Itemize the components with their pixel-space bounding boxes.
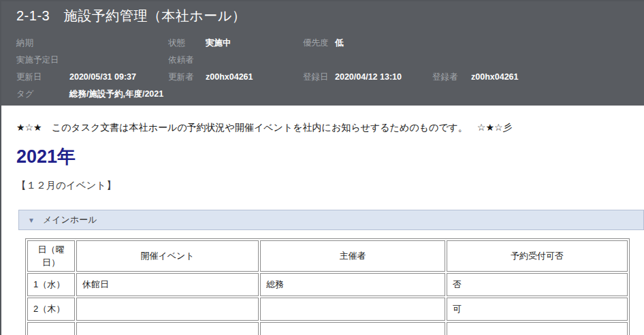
notice-text: ★☆★ このタスク文書は本社ホールの予約状況や開催イベントを社内にお知らせするた… xyxy=(16,122,644,134)
table-row xyxy=(27,322,628,335)
cell-availability: 否 xyxy=(447,273,628,296)
status-label: 状態 xyxy=(168,35,206,52)
cell-event xyxy=(76,298,259,321)
month-heading: 【１２月のイベント】 xyxy=(16,179,644,192)
col-header-organizer: 主催者 xyxy=(260,240,445,272)
cell-organizer: 総務 xyxy=(260,273,445,296)
page-title: 2-1-3 施設予約管理（本社ホール） xyxy=(16,5,644,26)
cell-availability: 可 xyxy=(447,298,628,321)
year-heading: 2021年 xyxy=(16,144,644,169)
meta-row-tags: タグ 総務/施設予約,年度/2021 xyxy=(16,86,644,103)
status-value: 実施中 xyxy=(206,35,303,52)
events-table: 日（曜日） 開催イベント 主催者 予約受付可否 1（水） 休館日 総務 否 2（… xyxy=(25,238,630,335)
meta-row-status: 納期 状態 実施中 優先度 低 xyxy=(16,35,644,52)
cell-event: 休館日 xyxy=(76,273,259,296)
cell-day: 1（水） xyxy=(27,273,75,296)
cell-organizer xyxy=(260,298,445,321)
cell-day xyxy=(27,322,75,335)
document-page: 2-1-3 施設予約管理（本社ホール） 納期 状態 実施中 優先度 低 実施予定… xyxy=(0,0,644,335)
cell-organizer xyxy=(260,322,445,335)
tags-value: 総務/施設予約,年度/2021 xyxy=(69,86,163,103)
collapse-triangle-icon: ▼ xyxy=(28,217,35,224)
updater-label: 更新者 xyxy=(168,69,206,86)
registered-label: 登録日 xyxy=(303,69,335,86)
updated-value: 2020/05/31 09:37 xyxy=(69,69,168,86)
requester-label: 依頼者 xyxy=(168,52,206,69)
document-body: ★☆★ このタスク文書は本社ホールの予約状況や開催イベントを社内にお知らせするた… xyxy=(1,122,644,335)
tags-label: タグ xyxy=(16,86,69,103)
cell-event xyxy=(76,322,259,335)
priority-label: 優先度 xyxy=(303,35,335,52)
col-header-availability: 予約受付可否 xyxy=(447,240,628,272)
section-title: メインホール xyxy=(43,214,97,226)
priority-value: 低 xyxy=(335,35,432,52)
col-header-event: 開催イベント xyxy=(76,240,259,272)
cell-day: 2（木） xyxy=(27,298,75,321)
updated-label: 更新日 xyxy=(16,69,69,86)
registrant-label: 登録者 xyxy=(432,69,471,86)
scheduled-date-label: 実施予定日 xyxy=(16,52,69,69)
cell-availability xyxy=(447,322,628,335)
table-row: 1（水） 休館日 総務 否 xyxy=(27,273,628,296)
updater-value: z00hx04261 xyxy=(206,69,303,86)
registrant-value: z00hx04261 xyxy=(471,69,519,86)
meta-row-dates: 更新日 2020/05/31 09:37 更新者 z00hx04261 登録日 … xyxy=(16,69,644,86)
meta-row-schedule: 実施予定日 依頼者 xyxy=(16,52,644,69)
col-header-day: 日（曜日） xyxy=(27,240,75,272)
document-header: 2-1-3 施設予約管理（本社ホール） 納期 状態 実施中 優先度 低 実施予定… xyxy=(1,1,644,106)
registered-value: 2020/04/12 13:10 xyxy=(335,69,432,86)
table-row: 2（木） 可 xyxy=(27,298,628,321)
table-header-row: 日（曜日） 開催イベント 主催者 予約受付可否 xyxy=(27,240,628,272)
deadline-label: 納期 xyxy=(16,35,69,52)
section-header-main-hall[interactable]: ▼ メインホール xyxy=(18,210,644,230)
